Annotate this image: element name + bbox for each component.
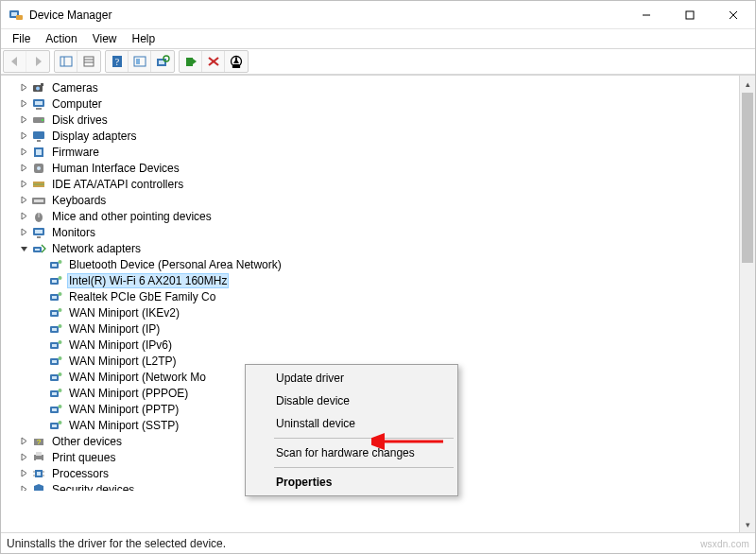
network-adapter-item[interactable]: WAN Miniport (IKEv2) <box>35 304 739 320</box>
expand-icon[interactable] <box>18 114 29 126</box>
network-adapter-item[interactable]: WAN Miniport (IP) <box>35 320 739 337</box>
category-camera[interactable]: Cameras <box>18 79 739 95</box>
category-mouse[interactable]: Mice and other pointing devices <box>18 208 739 224</box>
svg-rect-68 <box>52 360 57 363</box>
expand-icon[interactable] <box>18 468 29 479</box>
svg-rect-59 <box>52 312 57 315</box>
context-menu-item[interactable]: Uninstall device <box>248 412 455 435</box>
svg-text:?: ? <box>114 57 119 67</box>
svg-point-69 <box>59 356 62 360</box>
vertical-scrollbar[interactable]: ▴ ▾ <box>739 76 755 532</box>
tree-item-label: Bluetooth Device (Personal Area Network) <box>67 258 284 271</box>
tree-item-label: Network adapters <box>50 242 143 255</box>
expand-icon[interactable] <box>18 436 29 447</box>
netchild-icon <box>48 273 63 288</box>
menu-help[interactable]: Help <box>125 30 163 47</box>
svg-rect-35 <box>36 149 42 155</box>
menu-file[interactable]: File <box>5 30 38 47</box>
app-icon <box>9 8 24 23</box>
network-adapter-item[interactable]: WAN Miniport (IPv6) <box>35 337 739 353</box>
expand-icon[interactable] <box>18 147 29 158</box>
category-monitor[interactable]: Monitors <box>18 224 739 240</box>
netchild-icon <box>48 386 63 401</box>
expand-icon[interactable] <box>18 82 29 94</box>
show-hide-tree-button[interactable] <box>55 51 77 72</box>
svg-rect-53 <box>52 280 57 283</box>
svg-point-25 <box>36 86 40 90</box>
svg-rect-74 <box>52 392 57 395</box>
svg-rect-56 <box>52 296 57 299</box>
context-menu: Update driverDisable deviceUninstall dev… <box>245 364 458 496</box>
expand-icon[interactable] <box>18 98 29 110</box>
svg-point-63 <box>59 324 62 328</box>
tree-item-label: IDE ATA/ATAPI controllers <box>50 178 185 191</box>
tree-item-label: WAN Miniport (SSTP) <box>67 419 180 432</box>
help-button[interactable]: ? <box>106 51 129 72</box>
expand-icon[interactable] <box>18 179 29 190</box>
network-adapter-item[interactable]: Intel(R) Wi-Fi 6 AX201 160MHz <box>35 272 739 288</box>
disable-button[interactable] <box>225 51 248 72</box>
svg-rect-15 <box>136 59 140 64</box>
tree-item-label: Display adapters <box>50 130 138 143</box>
tree-item-label: WAN Miniport (PPPOE) <box>67 387 190 400</box>
svg-rect-48 <box>35 249 40 251</box>
tree-item-label: Monitors <box>50 226 97 239</box>
scroll-down-icon[interactable]: ▾ <box>740 516 755 532</box>
netchild-icon <box>48 370 63 385</box>
category-display[interactable]: Display adapters <box>18 128 739 144</box>
expand-icon[interactable] <box>18 227 29 238</box>
menu-view[interactable]: View <box>85 30 125 47</box>
tree-item-label: Other devices <box>50 435 124 448</box>
menu-action[interactable]: Action <box>38 30 84 47</box>
category-hid[interactable]: Human Interface Devices <box>18 160 739 176</box>
tree-item-label: Firmware <box>50 146 101 159</box>
context-menu-item[interactable]: Update driver <box>248 367 455 390</box>
scroll-up-icon[interactable]: ▴ <box>740 76 755 92</box>
expand-icon[interactable] <box>18 163 29 174</box>
netchild-icon <box>48 418 63 433</box>
expand-icon[interactable] <box>18 211 29 222</box>
category-network-adapters[interactable]: Network adapters <box>18 240 739 256</box>
context-menu-separator <box>274 438 454 439</box>
expand-icon[interactable] <box>18 452 29 463</box>
tree-item-label: Keyboards <box>50 194 108 207</box>
update-driver-button[interactable] <box>180 51 202 72</box>
context-menu-item[interactable]: Properties <box>248 471 455 493</box>
category-computer[interactable]: Computer <box>18 95 739 112</box>
nav-back-button[interactable] <box>4 51 26 72</box>
expand-icon[interactable] <box>18 130 29 142</box>
svg-rect-7 <box>60 57 72 66</box>
tree-item-label: Disk drives <box>50 113 110 127</box>
network-adapter-item[interactable]: Realtek PCIe GbE Family Co <box>35 288 739 304</box>
uninstall-button[interactable] <box>202 51 225 72</box>
maximize-button[interactable] <box>668 1 712 29</box>
svg-rect-88 <box>37 472 41 476</box>
tree-item-label: Print queues <box>50 451 117 464</box>
category-keyboard[interactable]: Keyboards <box>18 192 739 208</box>
expand-icon[interactable] <box>18 195 29 206</box>
network-adapter-item[interactable]: Bluetooth Device (Personal Area Network) <box>35 256 739 272</box>
other-icon: ? <box>31 434 46 449</box>
category-disk[interactable]: Disk drives <box>18 112 739 128</box>
category-ide[interactable]: IDE ATA/ATAPI controllers <box>18 176 739 192</box>
tree-item-label: Computer <box>50 97 104 111</box>
svg-rect-28 <box>35 101 43 105</box>
scan-hardware-button[interactable] <box>151 51 174 72</box>
netchild-icon <box>48 402 63 417</box>
close-button[interactable] <box>712 1 755 29</box>
minimize-button[interactable] <box>625 1 668 29</box>
nav-forward-button[interactable] <box>26 51 49 72</box>
toolbar-btn-4[interactable] <box>129 51 151 72</box>
tree-item-label: WAN Miniport (L2TP) <box>67 355 179 368</box>
collapse-icon[interactable] <box>18 243 29 254</box>
svg-rect-19 <box>186 58 193 66</box>
context-menu-item[interactable]: Scan for hardware changes <box>248 441 455 464</box>
context-menu-item[interactable]: Disable device <box>248 390 455 412</box>
scroll-thumb[interactable] <box>742 93 753 263</box>
svg-rect-4 <box>686 11 694 19</box>
camera-icon <box>31 80 46 95</box>
svg-rect-32 <box>33 131 44 139</box>
properties-button[interactable] <box>77 51 100 72</box>
expand-icon[interactable] <box>18 484 29 492</box>
category-firmware[interactable]: Firmware <box>18 144 739 160</box>
